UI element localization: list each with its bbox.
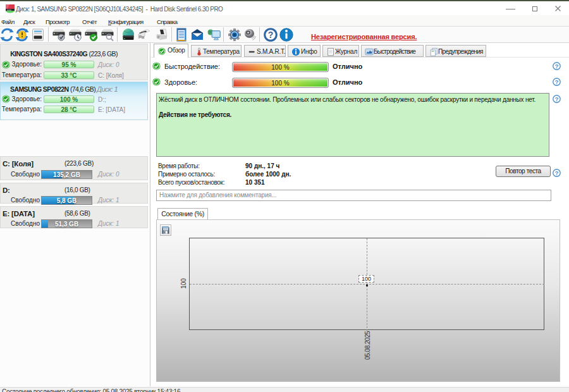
svg-text:?: ? bbox=[555, 63, 559, 70]
svg-text:?: ? bbox=[555, 79, 559, 85]
svg-text:?: ? bbox=[555, 170, 559, 176]
svg-text:?: ? bbox=[268, 30, 274, 40]
svg-text:?: ? bbox=[555, 96, 559, 102]
